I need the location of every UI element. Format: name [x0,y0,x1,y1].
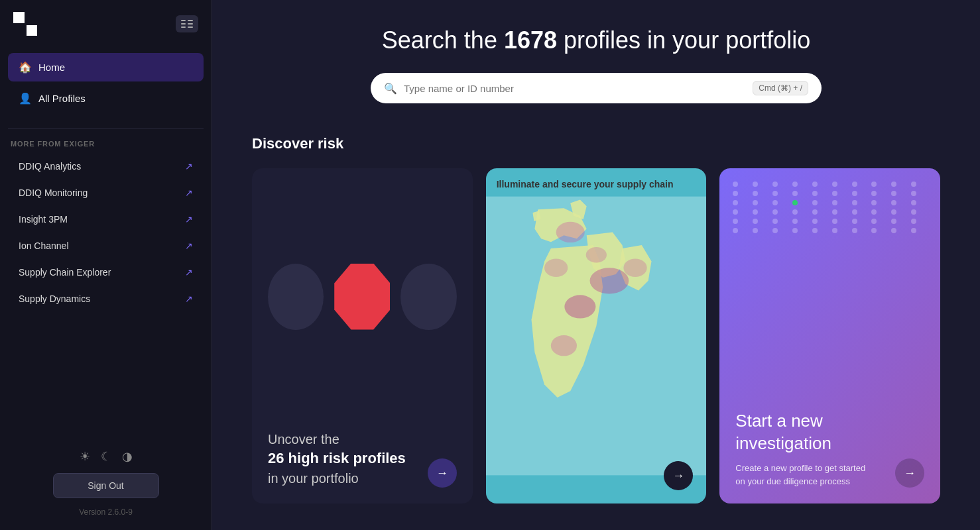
headline-suffix: profiles in your portfolio [557,26,810,54]
light-theme-icon[interactable]: ☀ [80,449,90,464]
logo-cell [27,25,38,36]
external-link-arrow-icon: ↗ [185,187,193,198]
investigation-arrow-button[interactable]: → [895,458,924,488]
logo-cell [13,12,25,23]
dot-grid-dot [792,200,798,205]
dot-grid-dot [871,182,877,187]
dot-grid-dot [832,182,837,187]
external-link-label: DDIQ Monitoring [19,187,88,198]
dot-grid-dot [891,228,896,233]
sidebar-divider [8,129,204,129]
search-bar: 🔍 Cmd (⌘) + / [371,73,822,103]
dot-grid-dot [753,219,758,224]
risk-footer: Uncover the 26 high risk profiles in you… [252,414,473,504]
dot-grid-dot [871,191,877,196]
investigation-card[interactable]: Start a new investigation Create a new p… [719,168,940,504]
dot-grid-dot [832,200,837,205]
dot-grid-dot [812,219,818,224]
sidebar-item-insight-3pm[interactable]: Insight 3PM↗ [8,206,204,233]
risk-card-arrow-button[interactable]: → [428,458,457,488]
dot-grid-dot [812,200,818,205]
discover-title: Discover risk [252,135,940,152]
dot-grid-dot [852,219,857,224]
dot-grid-dot [852,209,857,215]
map-visual [486,168,707,504]
dot-grid-dot [772,219,778,224]
dot-grid-dot [733,182,738,187]
risk-card[interactable]: Uncover the 26 high risk profiles in you… [252,168,473,504]
search-icon: 🔍 [384,82,397,95]
dot-grid-dot [871,200,877,205]
search-input[interactable] [404,83,753,94]
risk-count: 26 high risk profiles [268,449,406,469]
sidebar-item-ion-channel[interactable]: Ion Channel↗ [8,233,204,259]
dot-grid-dot [733,209,738,215]
sidebar-bottom: ☀ ☾ ◑ Sign Out Version 2.6.0-9 [0,436,212,530]
dot-grid-dot [772,200,778,205]
sidebar-item-supply-dynamics[interactable]: Supply Dynamics↗ [8,286,204,312]
dot-grid-dot [832,228,837,233]
circle-dark-right [400,264,456,330]
logo [13,12,37,36]
sidebar-item-supply-chain-explorer[interactable]: Supply Chain Explorer↗ [8,259,204,286]
octagon-red [334,264,390,330]
dot-grid-dot [891,182,896,187]
dot-grid-dot [871,228,877,233]
risk-text-suffix: in your portfolio [268,471,359,486]
sidebar-item-home[interactable]: 🏠 Home [8,53,204,81]
svg-rect-3 [188,20,193,21]
sidebar-item-all-profiles[interactable]: 👤 All Profiles [8,84,204,113]
search-shortcut-badge: Cmd (⌘) + / [753,81,808,95]
logo-cell [13,25,25,36]
contrast-theme-icon[interactable]: ◑ [122,449,133,464]
dot-grid-dot [891,209,896,215]
investigation-footer: Start a new investigation Create a new p… [719,394,940,504]
svg-rect-5 [188,26,193,28]
map-label: Illuminate and secure your supply chain [497,179,674,189]
search-headline: Search the 1678 profiles in your portfol… [252,26,940,54]
svg-point-8 [544,259,568,277]
logo-cell [27,12,38,23]
dot-grid-dot [911,228,916,233]
sign-out-button[interactable]: Sign Out [53,473,159,498]
dot-grid-dot [852,182,857,187]
dot-grid-dot [891,219,896,224]
dot-grid-dot [852,228,857,233]
sidebar-item-ddiq-monitoring[interactable]: DDIQ Monitoring↗ [8,180,204,206]
dot-grid-dot [753,182,758,187]
dark-theme-icon[interactable]: ☾ [101,449,111,464]
external-link-label: Supply Chain Explorer [19,267,111,278]
dot-grid-dot [772,209,778,215]
sidebar-toggle-button[interactable] [176,15,198,32]
sidebar-item-ddiq-analytics[interactable]: DDIQ Analytics↗ [8,153,204,180]
svg-rect-1 [181,23,186,25]
more-section-label: More from Exiger [0,140,212,148]
external-link-arrow-icon: ↗ [185,214,193,225]
dot-grid-dot [871,219,877,224]
circle-dark-left [268,264,324,330]
profiles-icon: 👤 [19,92,32,105]
svg-point-9 [564,295,595,318]
external-link-label: Ion Channel [19,240,69,251]
map-card[interactable]: Illuminate and secure your supply chain [486,168,707,504]
external-link-arrow-icon: ↗ [185,161,193,172]
svg-point-13 [623,259,646,277]
all-profiles-label: All Profiles [38,93,86,104]
dot-grid-dot [792,209,798,215]
dot-grid-dot [753,191,758,196]
home-icon: 🏠 [19,61,32,74]
dot-grid-dot [911,182,916,187]
dot-grid-dot [871,209,877,215]
svg-point-10 [585,247,606,262]
version-label: Version 2.6.0-9 [79,507,133,517]
dot-grid-dot [753,228,758,233]
svg-rect-2 [181,26,186,28]
external-link-arrow-icon: ↗ [185,293,193,304]
dot-grid-dot [733,191,738,196]
theme-switcher: ☀ ☾ ◑ [80,449,133,464]
headline-count: 1678 [504,26,557,54]
dot-grid [719,168,940,246]
external-link-label: Supply Dynamics [19,293,90,304]
dot-grid-dot [812,209,818,215]
investigation-text-block: Start a new investigation Create a new p… [735,410,895,488]
